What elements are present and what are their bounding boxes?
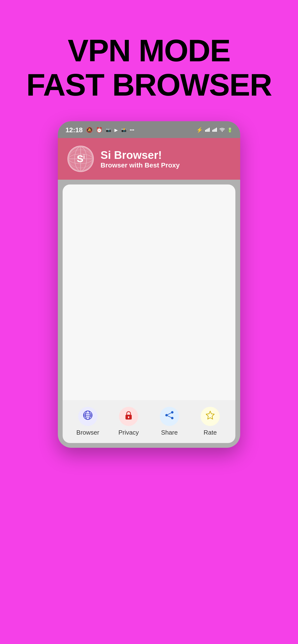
svg-rect-6 [215,128,216,132]
app-subtitle: Browser with Best Proxy [100,162,180,169]
more-icon: ••• [130,128,134,133]
svg-rect-4 [212,130,213,132]
hero-title-line1: VPN MODE [26,34,272,68]
rate-label: Rate [204,429,217,436]
app-header: Si Si Browser! Browser with Best Proxy [58,138,240,180]
svg-rect-3 [209,128,210,132]
status-bar-left: 12:18 🔕 ⏰ 📷 ▶ 📸 ••• [66,126,134,134]
nav-item-share[interactable]: Share [155,407,184,436]
alarm-icon: ⏰ [96,127,102,133]
app-header-info: Si Browser! Browser with Best Proxy [100,148,180,169]
privacy-icon-wrapper [119,407,138,426]
bottom-nav: Browser Privacy [63,400,235,443]
nav-item-privacy[interactable]: Privacy [114,407,143,436]
svg-rect-5 [214,129,215,132]
hero-section: VPN MODE FAST BROWSER [26,0,272,121]
status-bar: 12:18 🔕 ⏰ 📷 ▶ 📸 ••• ⚡ 🔋 [58,121,240,138]
svg-marker-26 [206,411,214,419]
browser-icon-wrapper [78,407,97,426]
bluetooth-icon: ⚡ [196,127,203,133]
share-label: Share [161,429,178,436]
privacy-label: Privacy [118,429,139,436]
content-area [63,184,235,400]
signal1-icon [205,127,210,133]
browser-label: Browser [76,429,99,436]
svg-rect-0 [205,130,206,132]
battery-icon: 🔋 [227,128,232,133]
play-icon: ▶ [114,128,118,133]
globe-icon [83,410,93,423]
share-icon [164,410,175,423]
status-time: 12:18 [66,126,83,134]
nav-item-rate[interactable]: Rate [196,407,225,436]
hero-title-line2: FAST BROWSER [26,68,272,102]
instagram-icon: 📸 [121,128,126,133]
app-logo: Si [67,146,94,172]
svg-line-24 [167,412,172,415]
status-bar-right: ⚡ 🔋 [196,127,232,133]
alarm-off-icon: 🔕 [86,127,93,133]
signal2-icon [212,127,217,133]
app-logo-text: Si [77,153,85,164]
wifi-icon [220,127,225,133]
star-icon [205,410,215,423]
svg-rect-1 [206,129,207,132]
phone-mockup: 12:18 🔕 ⏰ 📷 ▶ 📸 ••• ⚡ 🔋 [58,121,240,448]
nav-item-browser[interactable]: Browser [73,407,102,436]
camera-icon: 📷 [106,128,111,133]
svg-rect-20 [128,417,129,418]
lock-icon [123,410,134,423]
svg-rect-2 [208,128,209,132]
share-icon-wrapper [160,407,179,426]
rate-icon-wrapper [201,407,220,426]
svg-rect-7 [216,128,217,132]
app-name: Si Browser! [100,148,180,162]
svg-line-25 [167,415,172,418]
